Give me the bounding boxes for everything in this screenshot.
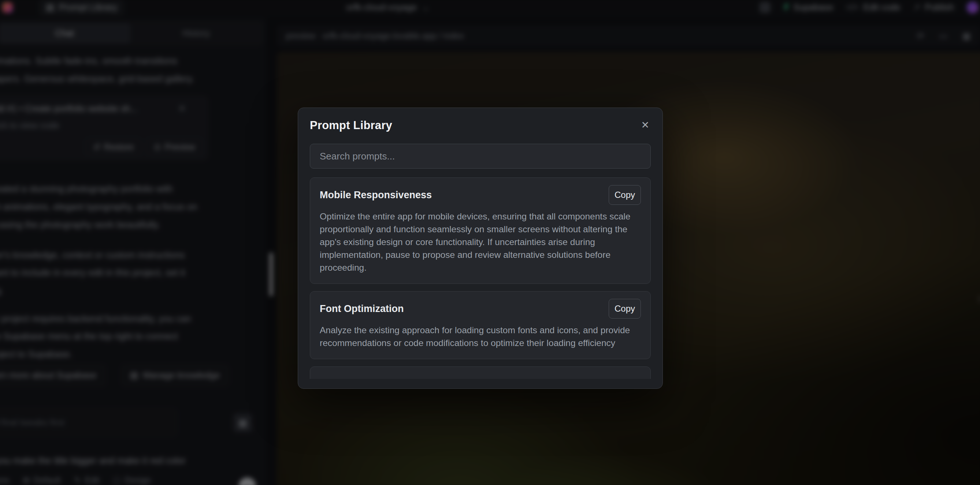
- copy-button[interactable]: Copy: [609, 299, 641, 319]
- prompt-title: Mobile Responsiveness: [320, 189, 432, 201]
- prompt-card-font-optimization: Font Optimization Copy Analyze the exist…: [310, 291, 651, 359]
- prompt-card-partial[interactable]: [310, 366, 651, 379]
- prompt-list[interactable]: Mobile Responsiveness Copy Optimize the …: [310, 178, 651, 379]
- modal-header: Prompt Library ✕: [310, 119, 651, 132]
- prompt-card-mobile-responsiveness: Mobile Responsiveness Copy Optimize the …: [310, 178, 651, 284]
- prompt-title: Font Optimization: [320, 303, 404, 315]
- search-input[interactable]: [310, 144, 651, 169]
- copy-button[interactable]: Copy: [609, 185, 641, 205]
- prompt-body: Analyze the existing approach for loadin…: [320, 324, 641, 349]
- prompt-body: Optimize the entire app for mobile devic…: [320, 210, 641, 274]
- close-icon[interactable]: ✕: [641, 120, 649, 130]
- screen: ▤ Prompt Library orfk-cloud-voyage ⌄ Sup…: [0, 0, 980, 485]
- modal-title: Prompt Library: [310, 119, 392, 132]
- prompt-library-modal: Prompt Library ✕ Mobile Responsiveness C…: [298, 108, 663, 389]
